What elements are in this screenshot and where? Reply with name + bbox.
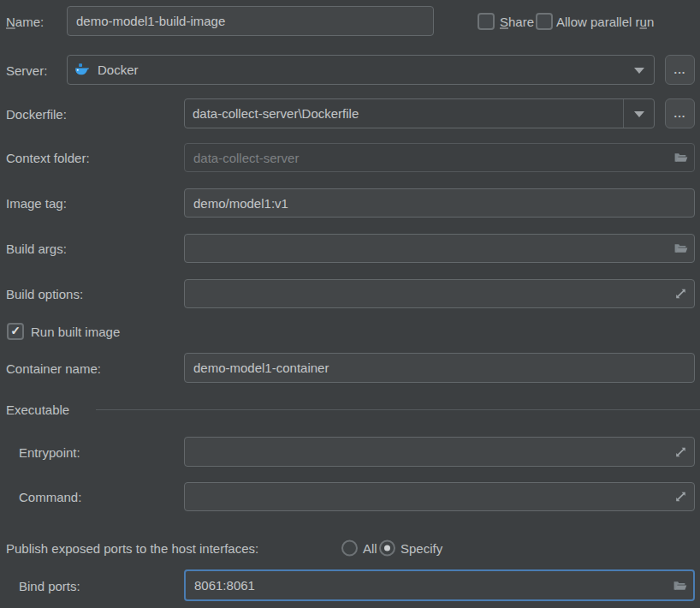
entrypoint-input[interactable] [185,438,694,466]
build-options-row: Build options: [0,279,700,308]
build-args-field [184,234,695,263]
name-field [67,6,434,36]
open-folder-icon[interactable] [673,241,688,256]
expand-icon[interactable] [673,287,688,301]
entrypoint-field [184,437,695,467]
expand-icon[interactable] [673,490,688,504]
share-label[interactable]: Share [500,14,534,28]
allow-parallel-checkbox[interactable] [536,13,553,30]
name-label: Name: [6,14,44,28]
dockerfile-select[interactable]: data-collect-server\Dockerfile [184,98,655,128]
executable-section: Executable [0,401,700,418]
command-input[interactable] [185,483,694,510]
allow-parallel-label[interactable]: Allow parallel run [556,14,654,28]
container-name-row: Container name: [0,353,700,383]
share-checkbox[interactable] [478,13,495,30]
open-folder-icon[interactable] [673,578,687,593]
build-options-field [184,279,695,308]
run-built-image-label[interactable]: Run built image [31,324,120,338]
server-value: Docker [98,63,139,77]
command-label: Command: [19,490,81,504]
executable-section-title: Executable [6,402,69,417]
entrypoint-label: Entrypoint: [19,444,80,459]
context-folder-row: Context folder: [0,143,700,172]
container-name-label: Container name: [6,361,101,375]
run-built-image-checkbox[interactable]: ✓ [7,323,24,340]
publish-ports-row: Publish exposed ports to the host interf… [0,539,700,557]
bind-ports-row: Bind ports: [0,569,700,601]
name-row: Name: Share Allow parallel run [0,6,700,36]
bind-ports-field [184,569,695,601]
run-built-image-row: ✓ Run built image [0,322,700,340]
entrypoint-row: Entrypoint: [0,437,700,467]
dockerfile-label: Dockerfile: [6,106,67,121]
radio-all-label[interactable]: All [363,540,377,555]
bind-ports-label: Bind ports: [19,578,80,593]
combo-divider [623,99,624,128]
image-tag-field [184,188,695,218]
container-name-field [184,353,695,383]
docker-run-configuration-form: Name: Share Allow parallel run Server: D… [0,0,700,608]
build-options-input[interactable] [185,280,694,307]
publish-ports-label: Publish exposed ports to the host interf… [6,540,258,555]
container-name-input[interactable] [185,354,694,382]
image-tag-label: Image tag: [6,196,67,211]
chevron-down-icon [634,111,644,117]
radio-dot [384,545,390,551]
name-input[interactable] [68,7,433,35]
section-divider [96,409,700,410]
build-args-input[interactable] [185,235,694,262]
server-browse-button[interactable]: ... [665,55,695,85]
docker-icon [74,63,90,78]
dockerfile-row: Dockerfile: data-collect-server\Dockerfi… [0,98,700,128]
open-folder-icon[interactable] [673,151,688,165]
server-row: Server: Docker ... [0,55,700,85]
context-folder-label: Context folder: [6,151,90,165]
dockerfile-browse-button[interactable]: ... [665,98,695,128]
chevron-down-icon [634,68,644,74]
server-label: Server: [6,63,47,77]
image-tag-row: Image tag: [0,188,700,218]
checkmark-icon: ✓ [10,325,21,337]
radio-specify-label[interactable]: Specify [400,540,442,555]
command-row: Command: [0,482,700,511]
build-options-label: Build options: [6,287,83,301]
image-tag-input[interactable] [185,189,694,217]
server-select[interactable]: Docker [67,55,655,85]
context-folder-field [184,143,695,172]
build-args-row: Build args: [0,234,700,263]
radio-specify[interactable] [379,539,395,556]
bind-ports-input[interactable] [186,571,693,599]
context-folder-input[interactable] [185,144,694,171]
build-args-label: Build args: [6,241,67,256]
expand-icon[interactable] [673,444,688,459]
command-field [184,482,695,511]
dockerfile-value: data-collect-server\Dockerfile [193,106,359,121]
radio-all[interactable] [341,539,358,556]
